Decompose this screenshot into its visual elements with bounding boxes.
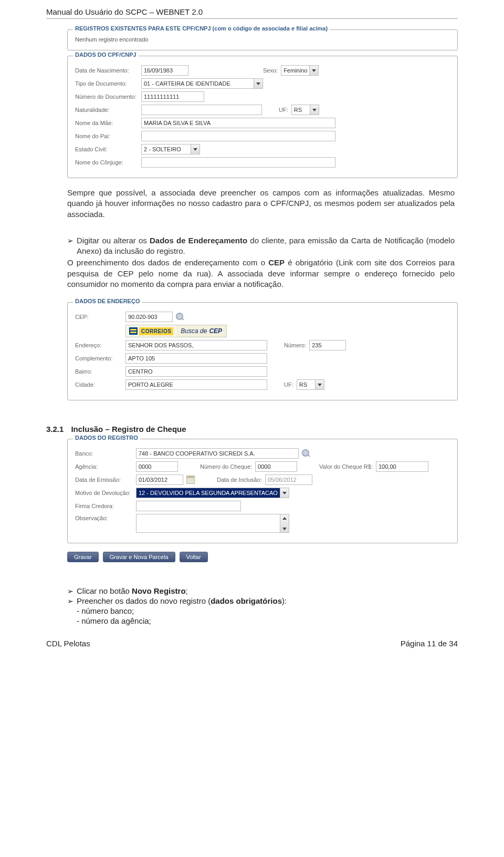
calendar-icon[interactable] <box>186 476 195 484</box>
input-cidade[interactable] <box>125 379 267 390</box>
label-nome-mae: Nome da Mãe: <box>75 120 138 126</box>
label-data-nascimento: Data de Nascimento: <box>75 67 138 74</box>
input-agencia[interactable] <box>136 461 178 472</box>
input-firma-credora[interactable] <box>136 501 241 511</box>
gravar-button[interactable]: Gravar <box>67 552 99 562</box>
label-firma-credora: Firma Credora: <box>75 503 133 509</box>
input-numero-documento[interactable] <box>141 91 204 102</box>
panel-cpf-cnpj: DADOS DO CPF/CNPJ Data de Nascimento: Se… <box>67 56 458 178</box>
instruction-item: Clicar no botão Novo Registro; <box>67 586 455 595</box>
chevron-down-icon <box>310 105 319 115</box>
scroll-up-icon[interactable] <box>280 514 289 522</box>
chevron-down-icon <box>280 488 289 498</box>
label-numero: Número: <box>284 342 306 348</box>
instruction-item: Preencher os dados do novo registro (dad… <box>67 596 455 605</box>
panel-legend: DADOS DO CPF/CNPJ <box>73 51 139 58</box>
section-heading: 3.2.1Inclusão – Registro de Cheque <box>46 425 458 433</box>
correios-cep-link[interactable]: CORREIOS Busca de CEP <box>125 325 227 337</box>
input-complemento[interactable] <box>125 353 267 364</box>
select-motivo-devolucao[interactable]: 12 - DEVOLVIDO PELA SEGUNDA APRESENTACAO <box>136 488 289 498</box>
textarea-observacao[interactable] <box>136 514 289 533</box>
footer-right: Página 11 de 34 <box>401 639 458 648</box>
input-cep[interactable] <box>125 312 173 322</box>
instruction-subitem: - número da agência; <box>67 616 455 625</box>
footer-left: CDL Pelotas <box>46 639 90 648</box>
label-nome-conjuge: Nome do Cônjuge: <box>75 159 138 166</box>
input-valor-cheque[interactable] <box>376 461 428 472</box>
select-sexo[interactable]: Feminino <box>281 65 319 76</box>
chevron-down-icon <box>254 79 262 88</box>
label-motivo-devolucao: Motivo de Devolução: <box>75 490 133 496</box>
label-data-inclusao: Data de Inclusão: <box>217 477 262 483</box>
panel-legend: DADOS DE ENDEREÇO <box>73 298 142 304</box>
select-value: 01 - CARTEIRA DE IDENTIDADE <box>142 80 233 87</box>
scrollbar[interactable] <box>280 514 289 532</box>
label-bairro: Bairro: <box>75 368 122 375</box>
label-sexo: Sexo: <box>263 67 278 74</box>
search-icon[interactable] <box>176 313 184 321</box>
label-cidade: Cidade: <box>75 381 122 388</box>
instruction-subitem: - número banco; <box>67 606 455 615</box>
no-records-msg: Nenhum registro encontrado <box>75 36 450 43</box>
panel-endereco: DADOS DE ENDEREÇO CEP: CORREIOS Busca de… <box>67 302 458 400</box>
select-uf[interactable]: RS <box>291 105 319 115</box>
label-valor-cheque: Valor do Cheque R$: <box>319 463 373 470</box>
select-value: RS <box>292 107 310 113</box>
label-estado-civil: Estado Civil: <box>75 146 138 152</box>
label-uf: UF: <box>279 107 288 113</box>
input-nome-conjuge[interactable] <box>141 157 335 168</box>
label-nome-pai: Nome do Pai: <box>75 133 138 139</box>
correios-logo-text: CORREIOS <box>139 327 173 335</box>
search-icon[interactable] <box>302 449 310 458</box>
label-numero-cheque: Número do Cheque: <box>200 463 252 470</box>
input-endereco[interactable] <box>125 340 267 350</box>
header-rule <box>46 18 458 19</box>
label-data-emissao: Data de Emissão: <box>75 477 133 483</box>
label-cep: CEP: <box>75 314 122 320</box>
chevron-down-icon <box>191 144 200 154</box>
page-footer: CDL Pelotas Página 11 de 34 <box>0 626 504 648</box>
panel-legend: REGISTROS EXISTENTES PARA ESTE CPF/CNPJ … <box>73 25 330 32</box>
scroll-down-icon[interactable] <box>280 525 289 532</box>
page-header: Manual do Usuário do SCPC – WEBNET 2.0 <box>0 0 504 19</box>
input-bairro[interactable] <box>125 366 267 377</box>
select-uf-endereco[interactable]: RS <box>297 379 324 390</box>
chevron-down-icon <box>309 66 318 75</box>
voltar-button[interactable]: Voltar <box>180 552 208 562</box>
input-nome-pai[interactable] <box>141 131 335 141</box>
label-banco: Banco: <box>75 450 133 457</box>
label-numero-documento: Número do Documento: <box>75 94 138 100</box>
document-page: Manual do Usuário do SCPC – WEBNET 2.0 R… <box>0 0 504 679</box>
gravar-nova-parcela-button[interactable]: Gravar e Nova Parcela <box>103 552 175 562</box>
panel-registro: DADOS DO REGISTRO Banco: Agência: Número… <box>67 439 458 543</box>
doc-title: Manual do Usuário do SCPC – WEBNET 2.0 <box>46 7 458 16</box>
input-nome-mae[interactable] <box>141 118 335 128</box>
panel-registros: REGISTROS EXISTENTES PARA ESTE CPF/CNPJ … <box>67 29 458 50</box>
label-complemento: Complemento: <box>75 355 122 362</box>
input-numero[interactable] <box>309 340 346 350</box>
select-estado-civil[interactable]: 2 - SOLTEIRO <box>141 144 200 154</box>
input-data-nascimento[interactable] <box>141 65 188 76</box>
paragraph: Sempre que possível, a associada deve pr… <box>46 188 458 220</box>
button-row: Gravar Gravar e Nova Parcela Voltar <box>67 552 458 562</box>
instruction-list: Clicar no botão Novo Registro; Preencher… <box>67 586 455 605</box>
select-tipo-documento[interactable]: 01 - CARTEIRA DE IDENTIDADE <box>141 78 263 89</box>
input-banco[interactable] <box>136 448 299 459</box>
label-observacao: Observação: <box>75 514 133 521</box>
select-value: Feminino <box>281 67 309 74</box>
select-value: 12 - DEVOLVIDO PELA SEGUNDA APRESENTACAO <box>136 490 280 496</box>
input-data-inclusao <box>265 474 312 485</box>
input-naturalidade[interactable] <box>141 105 262 115</box>
label-uf: UF: <box>284 381 293 388</box>
label-tipo-documento: Tipo de Documento: <box>75 80 138 87</box>
bullet-item: Digitar ou alterar os Dados de Endereçam… <box>67 235 455 257</box>
input-numero-cheque[interactable] <box>255 461 297 472</box>
label-endereco: Endereço: <box>75 342 122 348</box>
select-value: 2 - SOLTEIRO <box>142 146 183 152</box>
select-value: RS <box>297 381 315 388</box>
input-data-emissao[interactable] <box>136 474 183 485</box>
paragraph: O preenchimento dos dados de endereçamen… <box>67 257 455 290</box>
label-naturalidade: Naturalidade: <box>75 107 138 113</box>
correios-logo-icon <box>129 327 138 335</box>
label-agencia: Agência: <box>75 463 133 470</box>
